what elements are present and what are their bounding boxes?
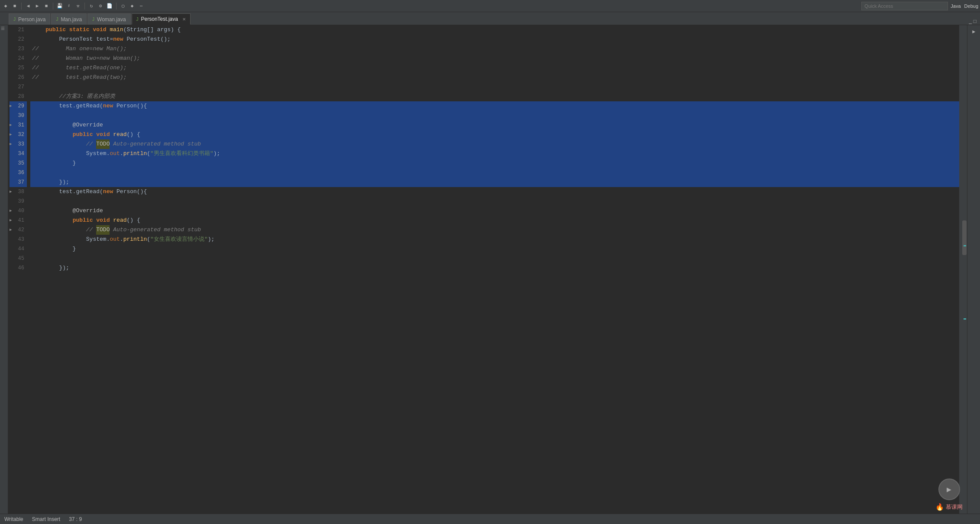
tab-icon-persontest: J	[136, 17, 139, 22]
line-num-40: 40▶	[10, 206, 27, 216]
toolbar-icon-1[interactable]: ◆	[2, 2, 10, 10]
tab-maximize-icon[interactable]: □	[974, 19, 977, 25]
toolbar-icon-10[interactable]: ⚙	[97, 2, 104, 10]
toolbar-right-labels: Java Debug	[951, 3, 978, 9]
line-num-43: 43	[10, 235, 27, 244]
line-num-39: 39	[10, 197, 27, 206]
code-line-43: System.out.println("女生喜欢读言情小说");	[30, 235, 959, 244]
toolbar-icon-3[interactable]: ◀	[24, 2, 32, 10]
code-line-40: @Override	[30, 206, 959, 216]
line-num-42: 42▶	[10, 225, 27, 235]
code-line-22: PersonTest test=new PersonTest();	[30, 35, 959, 44]
toolbar-icon-4[interactable]: ▶	[33, 2, 41, 10]
line-num-32: 32▶	[10, 130, 27, 139]
code-line-21: public static void main(String[] args) {	[30, 25, 959, 35]
bottom-right-area: ▶ 🔥 慕课网	[935, 479, 963, 511]
java-label: Java	[951, 3, 961, 9]
left-gutter-toggle[interactable]: ☰	[1, 26, 7, 32]
toolbar: ◆ ■ ◀ ▶ ■ 💾 ♯ ⚒ ↻ ⚙ 📄 ◯ ◆ ⋯ Java Debug	[0, 0, 980, 12]
code-line-26: // test.getRead(two);	[30, 73, 959, 82]
line-num-23: 23	[10, 44, 27, 54]
annotation-marker-2	[964, 318, 966, 320]
code-line-38: test.getRead(new Person(){	[30, 187, 959, 197]
editor-container: 21 22 23 24 25 26 27 28 29▶ 30 31▶ 32▶ 3…	[8, 25, 967, 514]
code-line-39	[30, 197, 959, 206]
code-line-44: }	[30, 244, 959, 254]
code-line-35: }	[30, 158, 959, 168]
tab-controls: ⎯ □	[969, 19, 980, 25]
scrollbar-track[interactable]	[962, 25, 967, 514]
code-line-37: });	[30, 178, 959, 187]
tab-minimize-icon[interactable]: ⎯	[969, 19, 972, 25]
toolbar-icon-6[interactable]: 💾	[56, 2, 64, 10]
toolbar-icons: ◆ ■ ◀ ▶ ■ 💾 ♯ ⚒ ↻ ⚙ 📄 ◯ ◆ ⋯	[2, 2, 861, 10]
fold-42[interactable]: ▶	[10, 225, 12, 235]
line-num-22: 22	[10, 35, 27, 44]
code-line-45	[30, 254, 959, 263]
tab-close-persontest[interactable]: ✕	[182, 17, 186, 22]
line-num-21: 21	[10, 25, 27, 35]
toolbar-sep-3	[84, 3, 85, 10]
status-position: 37 : 9	[69, 516, 82, 522]
fold-32[interactable]: ▶	[10, 130, 12, 139]
line-num-37: 37	[10, 178, 27, 187]
right-scrollbar-panel	[959, 25, 967, 514]
code-area: 21 22 23 24 25 26 27 28 29▶ 30 31▶ 32▶ 3…	[8, 25, 967, 514]
tab-icon-man: J	[56, 17, 58, 22]
tab-person-java[interactable]: J Person.java	[9, 13, 50, 25]
code-content[interactable]: public static void main(String[] args) {…	[30, 25, 959, 514]
status-writable: Writable	[4, 516, 23, 522]
line-num-31: 31▶	[10, 120, 27, 130]
fold-40[interactable]: ▶	[10, 206, 12, 216]
fold-33[interactable]: ▶	[10, 139, 12, 149]
tab-icon-person: J	[13, 17, 16, 22]
quick-access-input[interactable]	[861, 2, 948, 10]
tab-woman-java[interactable]: J Woman.java	[87, 13, 130, 25]
watermark: 🔥 慕课网	[935, 503, 963, 511]
fold-29[interactable]: ▶	[10, 101, 12, 111]
toolbar-icon-5[interactable]: ■	[42, 2, 50, 10]
line-num-46: 46	[10, 263, 27, 273]
scrollbar-thumb[interactable]	[962, 220, 967, 255]
line-num-44: 44	[10, 244, 27, 254]
play-button[interactable]: ▶	[938, 479, 960, 500]
toolbar-icon-13[interactable]: ◆	[128, 2, 136, 10]
line-num-30: 30	[10, 111, 27, 120]
toolbar-icon-8[interactable]: ⚒	[74, 2, 82, 10]
toolbar-icon-2[interactable]: ■	[11, 2, 19, 10]
line-num-24: 24	[10, 54, 27, 63]
toolbar-icon-14[interactable]: ⋯	[137, 2, 145, 10]
tab-label-persontest: PersonTest.java	[141, 16, 178, 22]
line-num-36: 36	[10, 168, 27, 178]
toolbar-icon-7[interactable]: ♯	[65, 2, 73, 10]
toolbar-icon-9[interactable]: ↻	[87, 2, 95, 10]
code-line-28: //方案3: 匿名内部类	[30, 92, 959, 101]
tab-man-java[interactable]: J Man.java	[51, 13, 87, 25]
toolbar-sep-4	[116, 3, 116, 10]
code-line-23: // Man one=new Man();	[30, 44, 959, 54]
tab-label-woman: Woman.java	[97, 16, 126, 23]
code-line-25: // test.getRead(one);	[30, 63, 959, 73]
toolbar-icon-11[interactable]: 📄	[106, 2, 113, 10]
sidebar-toggle-btn[interactable]: ►	[969, 27, 979, 37]
line-num-38: 38▶	[10, 187, 27, 197]
line-num-35: 35	[10, 158, 27, 168]
tab-label-man: Man.java	[61, 16, 82, 23]
watermark-text: 慕课网	[946, 503, 963, 511]
code-line-34: System.out.println("男生喜欢看科幻类书籍");	[30, 149, 959, 158]
code-line-29: test.getRead(new Person(){	[30, 101, 959, 111]
debug-label: Debug	[964, 3, 978, 9]
line-num-28: 28	[10, 92, 27, 101]
code-21-indent	[32, 25, 45, 35]
tab-bar: J Person.java J Man.java J Woman.java J …	[0, 12, 980, 25]
code-line-24: // Woman two=new Woman();	[30, 54, 959, 63]
fold-41[interactable]: ▶	[10, 216, 12, 225]
fold-31[interactable]: ▶	[10, 120, 12, 130]
right-sidebar: ►	[967, 25, 980, 514]
main-area: ☰ 21 22 23 24 25 26 27 28 29▶ 30 31▶ 32▶…	[0, 25, 980, 514]
tab-persontest-java[interactable]: J PersonTest.java ✕	[132, 13, 191, 25]
toolbar-icon-12[interactable]: ◯	[119, 2, 127, 10]
tab-label-person: Person.java	[18, 16, 45, 23]
fold-38[interactable]: ▶	[10, 187, 12, 197]
line-num-25: 25	[10, 63, 27, 73]
